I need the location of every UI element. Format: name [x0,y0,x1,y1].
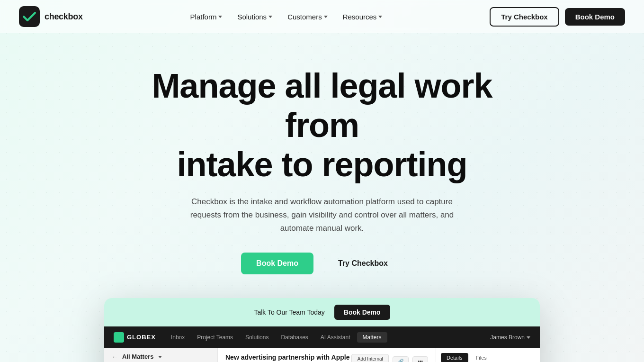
app-nav-bar: GLOBEX Inbox Project Teams Solutions Dat… [104,326,540,348]
chevron-down-icon [268,16,272,18]
app-nav-inbox[interactable]: Inbox [165,332,190,343]
nav-links: Platform Solutions Customers Resources [185,10,388,24]
nav-item-resources[interactable]: Resources [337,10,388,24]
hero-try-checkbox-button[interactable]: Try Checkbox [323,253,403,274]
product-banner: Talk To Our Team Today Book Demo [104,298,540,326]
panel-tab-details[interactable]: Details [441,353,468,362]
matter-action-buttons: Add Internal Note 🔗 ••• [351,354,428,362]
back-arrow-icon[interactable]: ← [112,353,118,361]
matters-list-header: ← All Matters [104,348,217,362]
app-logo: GLOBEX [114,332,156,343]
matters-list-chevron-icon [158,356,162,358]
matters-list-panel: ← All Matters ▣ Subject 👤 Requester [104,348,218,362]
matter-title-area: New advertising partnership with Apple #… [225,353,351,362]
banner-book-demo-button[interactable]: Book Demo [334,305,390,320]
matter-header: New advertising partnership with Apple #… [218,348,436,362]
product-wrapper: Talk To Our Team Today Book Demo GLOBEX … [104,298,540,362]
link-button[interactable]: 🔗 [393,356,409,362]
app-nav-databases[interactable]: Databases [275,332,313,343]
app-nav-user[interactable]: James Brown [490,334,530,341]
app-nav-project-teams[interactable]: Project Teams [191,332,239,343]
hero-section: Manage all legal work from intake to rep… [0,33,644,298]
hero-book-demo-button[interactable]: Book Demo [241,253,313,274]
chevron-down-icon [378,16,382,18]
matter-right-panel: Details Files Ticket Layout 📄 Contract R… [436,348,540,362]
matters-list-title: All Matters [122,353,153,360]
logo[interactable]: checkbox [19,6,83,27]
book-demo-button[interactable]: Book Demo [565,8,625,26]
nav-item-solutions[interactable]: Solutions [232,10,278,24]
app-nav-ai-assistant[interactable]: AI Assistant [315,332,356,343]
nav-item-platform[interactable]: Platform [185,10,228,24]
svg-rect-0 [19,6,40,27]
matter-title: New advertising partnership with Apple [225,353,349,361]
main-nav: checkbox Platform Solutions Customers Re… [0,0,644,33]
product-preview-section: Talk To Our Team Today Book Demo GLOBEX … [95,298,549,362]
user-menu-chevron-icon [527,336,530,339]
nav-resources-label: Resources [343,13,377,21]
hero-headline: Manage all legal work from intake to rep… [128,66,516,184]
hero-actions: Book Demo Try Checkbox [9,253,635,274]
app-nav-items: Inbox Project Teams Solutions Databases … [165,332,488,343]
banner-text: Talk To Our Team Today [254,308,324,316]
more-options-button[interactable]: ••• [412,356,428,362]
add-internal-note-button[interactable]: Add Internal Note [351,354,389,362]
chevron-down-icon [324,16,328,18]
nav-item-customers[interactable]: Customers [282,10,333,24]
nav-solutions-label: Solutions [237,13,267,21]
panel-tabs: Details Files [441,353,535,362]
app-nav-solutions[interactable]: Solutions [240,332,274,343]
nav-customers-label: Customers [287,13,322,21]
brand-name: checkbox [45,12,83,22]
nav-platform-label: Platform [190,13,217,21]
nav-actions: Try Checkbox Book Demo [490,7,625,27]
chevron-down-icon [218,16,222,18]
panel-tab-files[interactable]: Files [470,353,492,362]
try-checkbox-button[interactable]: Try Checkbox [490,7,559,27]
app-content: ← All Matters ▣ Subject 👤 Requester [104,348,540,362]
app-body: ← All Matters ▣ Subject 👤 Requester [104,348,540,362]
app-logo-mark [114,332,124,343]
app-logo-text: GLOBEX [127,334,156,341]
hero-subtext: Checkbox is the intake and workflow auto… [175,195,469,235]
matter-detail-panel: New advertising partnership with Apple #… [218,348,436,362]
app-nav-matters[interactable]: Matters [357,332,387,343]
